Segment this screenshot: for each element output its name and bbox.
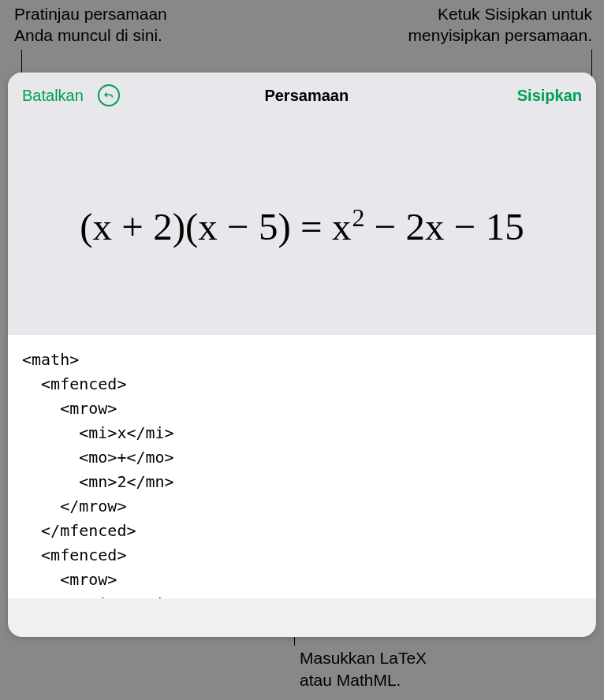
dialog-toolbar: Batalkan Persamaan Sisipkan <box>8 73 596 118</box>
callout-code-label: Masukkan LaTeXatau MathML. <box>300 647 427 691</box>
equation-preview-area: (x + 2)(x − 5) = x2 − 2x − 15 <box>8 118 596 335</box>
insert-button[interactable]: Sisipkan <box>517 87 582 105</box>
callout-preview-label: Pratinjau persamaanAnda muncul di sini. <box>14 3 167 47</box>
equation-dialog: Batalkan Persamaan Sisipkan (x + 2)(x − … <box>8 73 596 637</box>
dialog-title: Persamaan <box>96 87 517 105</box>
callout-insert-label: Ketuk Sisipkan untukmenyisipkan persamaa… <box>408 3 592 47</box>
cancel-button[interactable]: Batalkan <box>22 87 84 105</box>
equation-preview: (x + 2)(x − 5) = x2 − 2x − 15 <box>80 204 524 249</box>
equation-code-input[interactable]: <math> <mfenced> <mrow> <mi>x</mi> <mo>+… <box>8 335 596 598</box>
